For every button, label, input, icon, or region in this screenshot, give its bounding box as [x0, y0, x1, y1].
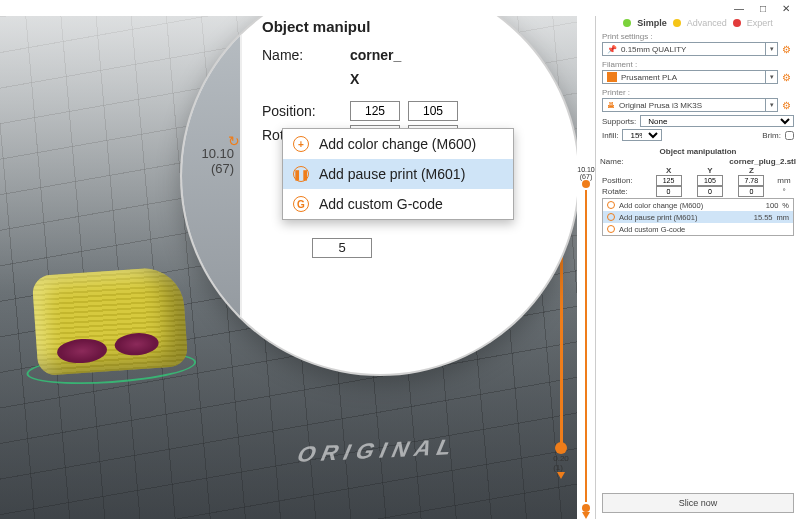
model-object[interactable]	[32, 266, 189, 376]
window-close-button[interactable]: ✕	[782, 3, 790, 14]
printer-preset-select[interactable]: 🖶 Original Prusa i3 MK3S	[602, 98, 766, 112]
chevron-down-icon[interactable]: ▾	[766, 70, 778, 84]
gcode-icon	[607, 225, 615, 233]
sm-ctx-color-change[interactable]: Add color change (M600) 100 %	[603, 199, 793, 211]
print-preset-select[interactable]: 📌 0.15mm QUALITY	[602, 42, 766, 56]
slider-context-menu: + Add color change (M600) ❚❚ Add pause p…	[282, 128, 514, 220]
pause-icon	[607, 213, 615, 221]
mag-partial-field: 5	[312, 238, 372, 258]
mag-pos-y[interactable]	[408, 101, 458, 121]
gear-icon[interactable]: ⚙	[782, 72, 794, 83]
layer-slider-small[interactable]: 10.10(67)	[577, 16, 595, 519]
chevron-down-icon[interactable]: ▾	[766, 98, 778, 112]
pause-icon: ❚❚	[293, 166, 309, 182]
chevron-down-icon[interactable]: ▾	[766, 42, 778, 56]
tab-expert[interactable]: Expert	[747, 18, 773, 28]
small-context-menu: Add color change (M600) 100 % Add pause …	[602, 198, 794, 236]
printer-icon: 🖶	[607, 101, 615, 110]
brim-label: Brim:	[762, 131, 781, 140]
mode-expert-dot	[733, 19, 741, 27]
pos-x[interactable]	[656, 175, 682, 186]
mode-advanced-dot	[673, 19, 681, 27]
filament-label: Filament :	[596, 58, 800, 69]
window-max-button[interactable]: □	[760, 3, 766, 14]
infill-label: Infill:	[602, 131, 618, 140]
printer-label: Printer :	[596, 86, 800, 97]
mode-simple-dot	[623, 19, 631, 27]
right-panel: Simple Advanced Expert Print settings : …	[595, 16, 800, 519]
print-settings-label: Print settings :	[596, 30, 800, 41]
plus-icon: +	[293, 136, 309, 152]
gcode-icon: G	[293, 196, 309, 212]
3d-viewport[interactable]: ORIGINAL 10.10((67)) 0.20(1) ↻ 10.1	[0, 16, 577, 519]
sm-ctx-pause-print[interactable]: Add pause print (M601) 15.55 mm	[603, 211, 793, 223]
rot-x[interactable]	[656, 186, 682, 197]
supports-select[interactable]: None	[640, 115, 794, 127]
ctx-add-custom-gcode[interactable]: G Add custom G-code	[283, 189, 513, 219]
pos-y[interactable]	[697, 175, 723, 186]
pin-icon: 📌	[607, 45, 617, 54]
gear-icon[interactable]: ⚙	[782, 100, 794, 111]
tab-simple[interactable]: Simple	[637, 18, 667, 28]
rot-y[interactable]	[697, 186, 723, 197]
supports-label: Supports:	[602, 117, 636, 126]
brim-checkbox[interactable]	[785, 131, 794, 140]
gear-icon[interactable]: ⚙	[782, 44, 794, 55]
ctx-add-pause-print[interactable]: ❚❚ Add pause print (M601)	[283, 159, 513, 189]
filament-swatch	[607, 72, 617, 82]
window-min-button[interactable]: —	[734, 3, 744, 14]
slider-thumb-bottom[interactable]	[555, 442, 567, 454]
ctx-add-color-change[interactable]: + Add color change (M600)	[283, 129, 513, 159]
pos-z[interactable]	[738, 175, 764, 186]
object-name: corner_plug_2.stl	[628, 157, 796, 166]
infill-select[interactable]: 15%	[622, 129, 662, 141]
chevron-down-icon[interactable]	[582, 512, 590, 519]
object-manipulation-panel: Object manipulation Name: corner_plug_2.…	[600, 144, 796, 197]
tab-advanced[interactable]: Advanced	[687, 18, 727, 28]
slice-now-button[interactable]: Slice now	[602, 493, 794, 513]
chevron-down-icon[interactable]	[557, 472, 565, 479]
window-titlebar: — □ ✕	[0, 0, 800, 16]
mag-pos-x[interactable]	[350, 101, 400, 121]
plus-icon	[607, 201, 615, 209]
sm-ctx-custom-gcode[interactable]: Add custom G-code	[603, 223, 793, 235]
filament-preset-select[interactable]: Prusament PLA	[602, 70, 766, 84]
rot-z[interactable]	[738, 186, 764, 197]
